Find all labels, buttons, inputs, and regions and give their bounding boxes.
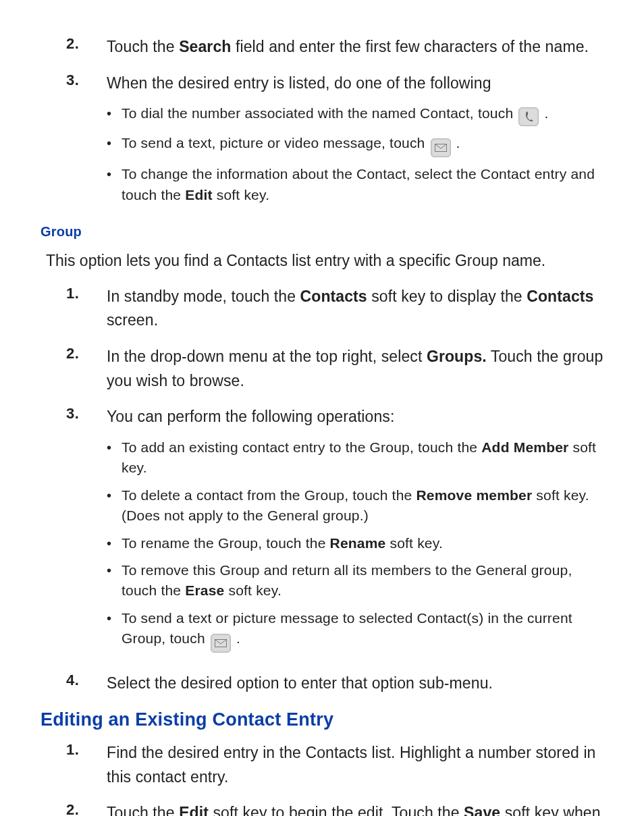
list-number: 1. <box>53 741 107 789</box>
text: Touch the <box>107 804 179 816</box>
bullet-text: To delete a contact from the Group, touc… <box>122 485 603 526</box>
paragraph: This option lets you find a Contacts lis… <box>46 249 603 273</box>
text: . <box>236 630 240 646</box>
bold-text: Edit <box>185 187 212 202</box>
list-number: 2. <box>53 35 107 59</box>
bullet-item: • To send a text or picture message to s… <box>107 608 603 653</box>
text: soft key. <box>213 187 269 202</box>
list-number: 2. <box>53 345 107 393</box>
list-item: 1. Find the desired entry in the Contact… <box>53 741 603 789</box>
subheading-group: Group <box>41 224 603 240</box>
list-number: 1. <box>53 285 107 333</box>
text: To rename the Group, touch the <box>122 535 330 551</box>
list-item: 2. In the drop-down menu at the top righ… <box>53 345 603 393</box>
list-body: When the desired entry is listed, do one… <box>107 72 603 213</box>
list-body: In standby mode, touch the Contacts soft… <box>107 285 603 333</box>
list-item: 1. In standby mode, touch the Contacts s… <box>53 285 603 333</box>
envelope-icon <box>211 634 231 653</box>
bold-text: Groups. <box>427 348 487 365</box>
list-body: You can perform the following operations… <box>107 405 603 659</box>
text: . <box>544 105 548 121</box>
text: soft key. <box>224 582 281 598</box>
bullet-dot: • <box>107 485 122 526</box>
bullet-item: • To change the information about the Co… <box>107 164 603 205</box>
bullet-text: To add an existing contact entry to the … <box>122 437 603 479</box>
section-heading-editing-contact: Editing an Existing Contact Entry <box>41 709 603 730</box>
text: To dial the number associated with the n… <box>122 105 517 121</box>
text: . <box>456 135 460 151</box>
bullet-item: • To remove this Group and return all it… <box>107 560 603 601</box>
bold-text: Contacts <box>527 288 593 305</box>
bullet-item: • To add an existing contact entry to th… <box>107 437 603 479</box>
bullet-text: To change the information about the Cont… <box>122 164 603 205</box>
bullet-dot: • <box>107 103 122 126</box>
bold-text: Contacts <box>300 288 367 305</box>
bullet-text: To dial the number associated with the n… <box>122 103 603 126</box>
bullet-dot: • <box>107 533 122 553</box>
bullet-item: • To send a text, picture or video messa… <box>107 133 603 157</box>
text: Find the desired entry in the Contacts l… <box>107 744 596 786</box>
list-item-2: 2. Touch the Search field and enter the … <box>53 35 603 59</box>
text: To delete a contact from the Group, touc… <box>122 487 416 503</box>
list-body: Touch the Edit soft key to begin the edi… <box>107 801 603 816</box>
list-item: 2. Touch the Edit soft key to begin the … <box>53 801 603 816</box>
text: To send a text or picture message to sel… <box>122 610 572 646</box>
list-number: 3. <box>53 72 107 213</box>
bullet-text: To send a text, picture or video message… <box>122 133 603 157</box>
bullet-item: • To rename the Group, touch the Rename … <box>107 533 603 553</box>
bullet-list: • To add an existing contact entry to th… <box>107 437 603 653</box>
list-body: Touch the Search field and enter the fir… <box>107 35 603 59</box>
bullet-text: To send a text or picture message to sel… <box>122 608 603 653</box>
text: soft key. <box>385 535 442 551</box>
text: Select the desired option to enter that … <box>107 674 493 692</box>
bullet-dot: • <box>107 437 122 479</box>
list-number: 3. <box>53 405 107 659</box>
bullet-list: • To dial the number associated with the… <box>107 103 603 205</box>
text: soft key to display the <box>367 288 527 305</box>
list-body: In the drop-down menu at the top right, … <box>107 345 603 393</box>
text: soft key to begin the edit. Touch the <box>209 804 464 816</box>
bullet-text: To rename the Group, touch the Rename so… <box>122 533 603 553</box>
bold-text: Add Member <box>481 439 568 455</box>
text: In the drop-down menu at the top right, … <box>107 348 427 365</box>
list-body: Find the desired entry in the Contacts l… <box>107 741 603 789</box>
list-number: 2. <box>53 801 107 816</box>
bullet-text: To remove this Group and return all its … <box>122 560 603 601</box>
bold-text: Erase <box>185 582 224 598</box>
text: To add an existing contact entry to the … <box>122 439 481 455</box>
bold-text: Search <box>179 38 231 55</box>
bold-text: Edit <box>179 804 209 816</box>
bullet-dot: • <box>107 133 122 157</box>
bullet-dot: • <box>107 608 122 653</box>
text: In standby mode, touch the <box>107 288 300 305</box>
list-item: 4. Select the desired option to enter th… <box>53 672 603 696</box>
bold-text: Rename <box>330 535 386 551</box>
list-item: 3. You can perform the following operati… <box>53 405 603 659</box>
text: screen. <box>107 311 158 329</box>
text: field and enter the first few characters… <box>231 38 589 55</box>
text: Touch the <box>107 38 179 55</box>
bullet-item: • To delete a contact from the Group, to… <box>107 485 603 526</box>
bullet-dot: • <box>107 164 122 205</box>
list-body: Select the desired option to enter that … <box>107 672 603 696</box>
bold-text: Save <box>464 804 500 816</box>
list-item-3: 3. When the desired entry is listed, do … <box>53 72 603 213</box>
envelope-icon <box>431 138 451 157</box>
text: You can perform the following operations… <box>107 408 394 425</box>
text: To send a text, picture or video message… <box>122 135 429 151</box>
phone-icon <box>518 107 539 126</box>
bullet-item: • To dial the number associated with the… <box>107 103 603 126</box>
bullet-dot: • <box>107 560 122 601</box>
text: When the desired entry is listed, do one… <box>107 74 491 92</box>
list-number: 4. <box>53 672 107 696</box>
bold-text: Remove member <box>416 487 532 503</box>
